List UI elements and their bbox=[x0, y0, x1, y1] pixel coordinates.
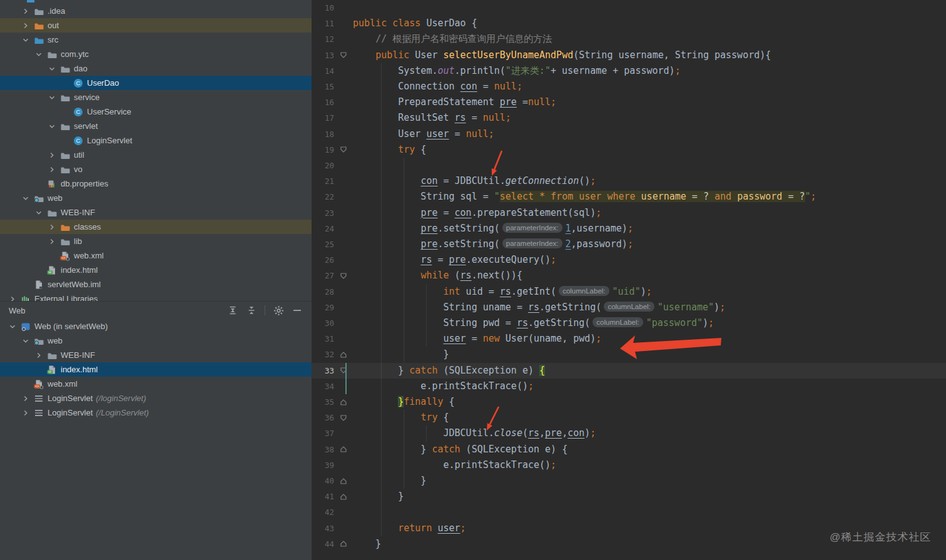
code-line-16[interactable]: 16 PreparedStatement pre =null; bbox=[312, 94, 946, 110]
line-number[interactable]: 25 bbox=[312, 237, 334, 252]
chevron-down-icon[interactable] bbox=[34, 208, 44, 218]
tree-row-db-properties[interactable]: db.properties bbox=[0, 176, 359, 191]
chevron-right-icon[interactable] bbox=[21, 6, 31, 16]
tree-row-servletweb-iml[interactable]: servletWeb.iml bbox=[0, 277, 345, 292]
line-number[interactable]: 42 bbox=[312, 504, 334, 520]
line-number[interactable]: 35 bbox=[312, 394, 334, 410]
line-number[interactable]: 12 bbox=[312, 31, 334, 47]
tree-row-index-html[interactable]: Hindex.html bbox=[0, 362, 359, 377]
tree-row-web[interactable]: web bbox=[0, 333, 332, 348]
code-line-42[interactable]: 42 bbox=[312, 504, 946, 520]
tree-row-util[interactable]: util bbox=[0, 148, 359, 162]
hide-panel-icon[interactable] bbox=[290, 303, 304, 317]
tree-row-loginservlet[interactable]: LoginServlet(/LoginServlet) bbox=[0, 405, 332, 420]
line-number[interactable]: 14 bbox=[312, 63, 334, 79]
code-line-10[interactable]: 10 bbox=[312, 0, 946, 16]
line-number[interactable]: 19 bbox=[312, 142, 334, 158]
fold-collapsed-icon[interactable] bbox=[334, 489, 353, 504]
line-number[interactable]: 17 bbox=[312, 110, 334, 126]
line-number[interactable]: 22 bbox=[312, 189, 334, 205]
line-number[interactable]: 10 bbox=[312, 0, 334, 16]
tree-row-web[interactable]: web bbox=[0, 191, 332, 205]
code-line-38[interactable]: 38 } catch (SQLException e) { bbox=[312, 442, 946, 457]
chevron-down-icon[interactable] bbox=[47, 64, 57, 74]
chevron-right-icon[interactable] bbox=[47, 222, 57, 232]
tree-row-service[interactable]: service bbox=[0, 90, 359, 104]
code-line-28[interactable]: 28 int uid = rs.getInt(columnLabel:"uid"… bbox=[312, 284, 946, 300]
fold-collapsed-icon[interactable] bbox=[334, 442, 353, 457]
collapse-all-icon[interactable] bbox=[245, 303, 258, 317]
tree-row-servlet[interactable]: servlet bbox=[0, 119, 359, 133]
line-number[interactable]: 15 bbox=[312, 79, 334, 94]
code-line-13[interactable]: 13 public User selectUserByUnameAndPwd(S… bbox=[312, 48, 946, 63]
fold-expanded-icon[interactable] bbox=[334, 48, 353, 63]
fold-expanded-icon[interactable] bbox=[334, 363, 353, 379]
tree-row-dao[interactable]: dao bbox=[0, 61, 359, 76]
line-number[interactable]: 44 bbox=[312, 536, 334, 552]
chevron-down-icon[interactable] bbox=[34, 49, 44, 59]
code-line-39[interactable]: 39 e.printStackTrace(); bbox=[312, 457, 946, 473]
code-line-11[interactable]: 11public class UserDao { bbox=[312, 16, 946, 31]
line-number[interactable]: 43 bbox=[312, 521, 334, 536]
line-number[interactable]: 31 bbox=[312, 331, 334, 347]
code-line-18[interactable]: 18 User user = null; bbox=[312, 126, 946, 142]
line-number[interactable]: 40 bbox=[312, 473, 334, 489]
code-line-41[interactable]: 41 } bbox=[312, 489, 946, 504]
line-number[interactable]: 16 bbox=[312, 94, 334, 110]
line-number[interactable]: 38 bbox=[312, 442, 334, 457]
code-line-34[interactable]: 34 e.printStackTrace(); bbox=[312, 379, 946, 394]
line-number[interactable]: 21 bbox=[312, 173, 334, 189]
tree-row-out[interactable]: out bbox=[0, 18, 332, 33]
chevron-down-icon[interactable] bbox=[21, 193, 31, 203]
line-number[interactable]: 30 bbox=[312, 315, 334, 331]
chevron-right-icon[interactable] bbox=[21, 394, 31, 404]
fold-collapsed-icon[interactable] bbox=[334, 473, 353, 489]
code-line-21[interactable]: 21 con = JDBCUtil.getConnection(); bbox=[312, 173, 946, 189]
gear-icon[interactable] bbox=[272, 303, 285, 317]
code-line-29[interactable]: 29 String uname = rs.getString(columnLab… bbox=[312, 300, 946, 315]
fold-expanded-icon[interactable] bbox=[334, 268, 353, 283]
chevron-right-icon[interactable] bbox=[21, 408, 31, 418]
line-number[interactable]: 20 bbox=[312, 158, 334, 173]
line-number[interactable]: 28 bbox=[312, 284, 334, 300]
chevron-right-icon[interactable] bbox=[34, 350, 44, 360]
tree-row-web-inf[interactable]: WEB-INF bbox=[0, 205, 345, 220]
tree-row--idea[interactable]: .idea bbox=[0, 4, 332, 18]
fold-expanded-icon[interactable] bbox=[334, 410, 353, 425]
code-line-12[interactable]: 12 // 根据用户名和密码查询用户信息的方法 bbox=[312, 31, 946, 47]
line-number[interactable]: 27 bbox=[312, 268, 334, 283]
line-number[interactable]: 32 bbox=[312, 347, 334, 362]
chevron-right-icon[interactable] bbox=[47, 150, 57, 160]
code-line-33[interactable]: 33 } catch (SQLException e) { bbox=[312, 363, 946, 379]
code-line-32[interactable]: 32 } bbox=[312, 347, 946, 362]
chevron-right-icon[interactable] bbox=[21, 21, 31, 31]
chevron-down-icon[interactable] bbox=[21, 35, 31, 45]
chevron-right-icon[interactable] bbox=[47, 165, 57, 175]
fold-collapsed-icon[interactable] bbox=[334, 394, 353, 410]
line-number[interactable]: 23 bbox=[312, 205, 334, 221]
code-line-20[interactable]: 20 bbox=[312, 158, 946, 173]
chevron-down-icon[interactable] bbox=[47, 121, 57, 131]
line-number[interactable]: 26 bbox=[312, 252, 334, 268]
code-line-35[interactable]: 35 }finally { bbox=[312, 394, 946, 410]
line-number[interactable]: 39 bbox=[312, 457, 334, 473]
line-number[interactable]: 18 bbox=[312, 126, 334, 142]
code-line-15[interactable]: 15 Connection con = null; bbox=[312, 79, 946, 94]
code-line-27[interactable]: 27 while (rs.next()){ bbox=[312, 268, 946, 283]
tree-row-loginservlet[interactable]: LoginServlet(/loginServlet) bbox=[0, 391, 332, 405]
code-editor[interactable]: 1011public class UserDao {12 // 根据用户名和密码… bbox=[312, 0, 946, 560]
line-number[interactable]: 41 bbox=[312, 489, 334, 504]
tree-row-com-ytc[interactable]: com.ytc bbox=[0, 47, 345, 61]
tree-row-web-inf[interactable]: WEB-INF bbox=[0, 348, 345, 362]
code-line-19[interactable]: 19 try { bbox=[312, 142, 946, 158]
line-number[interactable]: 33 bbox=[312, 363, 334, 379]
code-line-30[interactable]: 30 String pwd = rs.getString(columnLabel… bbox=[312, 315, 946, 331]
line-number[interactable]: 37 bbox=[312, 425, 334, 441]
line-number[interactable]: 36 bbox=[312, 410, 334, 425]
fold-collapsed-icon[interactable] bbox=[334, 347, 353, 362]
chevron-right-icon[interactable] bbox=[47, 237, 57, 247]
tree-row-index-html[interactable]: Hindex.html bbox=[0, 263, 359, 277]
code-line-31[interactable]: 31 user = new User(uname, pwd); bbox=[312, 331, 946, 347]
line-number[interactable]: 11 bbox=[312, 16, 334, 31]
line-number[interactable]: 29 bbox=[312, 300, 334, 315]
